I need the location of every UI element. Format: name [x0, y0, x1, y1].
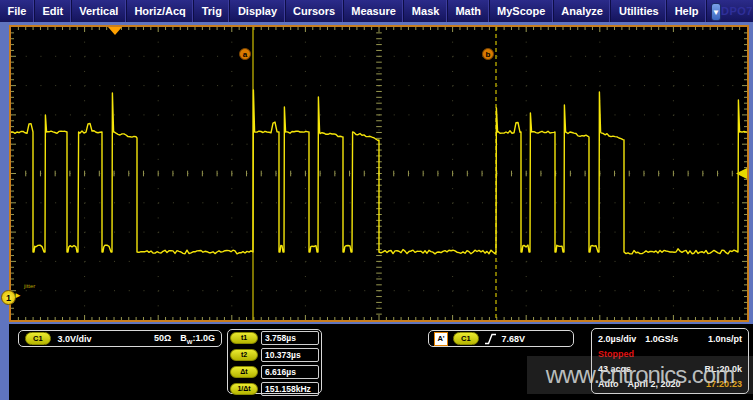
watermark: www.cntronics.com: [527, 356, 753, 394]
cursor-value: 3.758µs: [261, 331, 319, 345]
trigger-source-badge: C1: [453, 332, 479, 345]
cursor-readout-rows: t13.758µst210.373µsΔt6.616µs1/Δt151.158k…: [230, 331, 319, 396]
chevron-down-icon: ▼: [712, 8, 720, 17]
trigger-position-marker[interactable]: [108, 27, 122, 35]
scope-bezel: ab 1 ► jitter: [0, 22, 753, 324]
menu-item-edit[interactable]: Edit: [35, 0, 72, 22]
menu-overflow-button[interactable]: ▼: [711, 3, 721, 21]
channel1-badge[interactable]: C1: [25, 332, 51, 345]
menu-item-math[interactable]: Math: [448, 0, 490, 22]
timebase-row: 2.0µs/div 1.0GS/s 1.0ns/pt: [598, 334, 742, 344]
model-label: DPO7104C: [721, 5, 753, 17]
cursor-badge: t1: [230, 332, 258, 344]
channel1-settings: 50Ω BW:1.0G: [154, 333, 215, 345]
cursor-row--t: Δt6.616µs: [230, 365, 319, 379]
menu-item-trig[interactable]: Trig: [194, 0, 230, 22]
cursor-value: 6.616µs: [261, 365, 319, 379]
cursor-badge: t2: [230, 349, 258, 361]
cursor-readout: t13.758µst210.373µsΔt6.616µs1/Δt151.158k…: [227, 329, 322, 394]
cursor-row-t1: t13.758µs: [230, 331, 319, 345]
rising-edge-icon: [484, 333, 497, 345]
timebase: 2.0µs/div: [598, 334, 636, 344]
menu-item-myscope[interactable]: MyScope: [490, 0, 554, 22]
menu-item-file[interactable]: File: [0, 0, 35, 22]
menu-item-mask[interactable]: Mask: [404, 0, 448, 22]
cursor-badge: Δt: [230, 366, 258, 378]
sample-rate: 1.0GS/s: [645, 334, 678, 344]
titlebar-right: DPO7104C Tek – X: [721, 0, 753, 22]
trigger-readout: A' C1 7.68V: [428, 330, 574, 347]
left-bezel-strip: [0, 324, 9, 400]
cursor-value: 10.373µs: [261, 348, 319, 362]
trace-label: jitter: [24, 283, 35, 289]
cursor-a-handle-label: a: [243, 50, 248, 59]
oscilloscope-screen: FileEditVerticalHoriz/AcqTrigDisplayCurs…: [0, 0, 753, 400]
menu-items: FileEditVerticalHoriz/AcqTrigDisplayCurs…: [0, 0, 707, 22]
cursor-b-handle-label: b: [486, 50, 491, 59]
vertical-scale: 3.0V/div: [58, 334, 92, 344]
cursor-row-t2: t210.373µs: [230, 348, 319, 362]
bandwidth: BW:1.0G: [180, 333, 215, 345]
channel1-arrow-icon: ►: [14, 292, 22, 300]
menu-item-display[interactable]: Display: [230, 0, 285, 22]
menu-item-help[interactable]: Help: [667, 0, 707, 22]
waveform-display: ab: [11, 27, 747, 320]
menu-item-vertical[interactable]: Vertical: [72, 0, 127, 22]
cursor-row-1-t: 1/Δt151.158kHz: [230, 382, 319, 396]
termination: 50Ω: [154, 333, 171, 343]
menu-item-horiz-acq[interactable]: Horiz/Acq: [127, 0, 194, 22]
trigger-level: 7.68V: [502, 334, 526, 344]
menu-item-analyze[interactable]: Analyze: [554, 0, 612, 22]
resolution: 1.0ns/pt: [708, 334, 742, 344]
menu-item-measure[interactable]: Measure: [344, 0, 405, 22]
menu-bar: FileEditVerticalHoriz/AcqTrigDisplayCurs…: [0, 0, 753, 22]
menu-item-cursors[interactable]: Cursors: [286, 0, 344, 22]
cursor-value: 151.158kHz: [261, 382, 319, 396]
cursor-badge: 1/Δt: [230, 383, 258, 395]
graticule: ab: [9, 25, 749, 322]
channel1-readout: C1 3.0V/div 50Ω BW:1.0G: [18, 330, 222, 347]
menu-item-utilities[interactable]: Utilities: [611, 0, 667, 22]
trigger-mode-badge: A': [434, 332, 448, 346]
